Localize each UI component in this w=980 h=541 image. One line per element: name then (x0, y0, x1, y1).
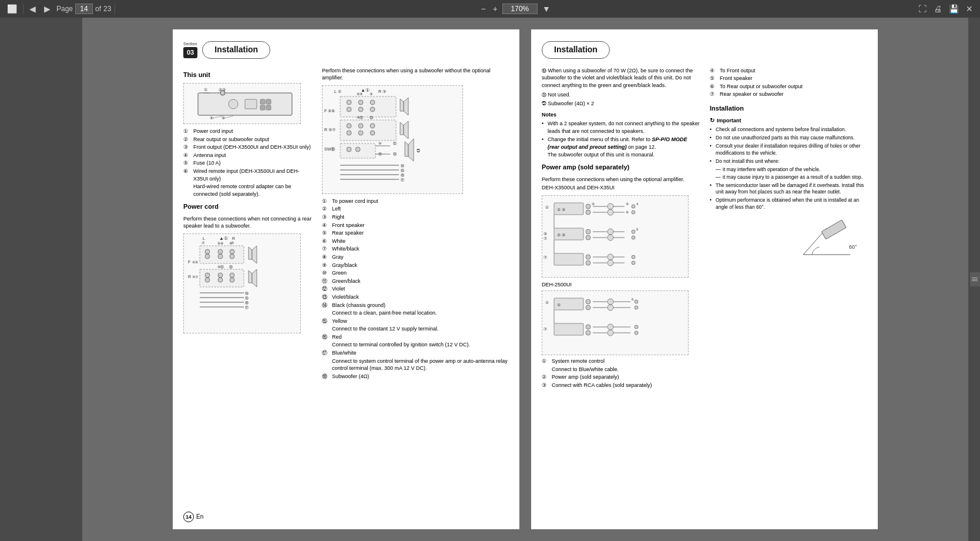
list-item: ⑫Violet (322, 285, 509, 293)
list-item: Connect to system control terminal of th… (322, 358, 509, 372)
svg-point-64 (370, 107, 375, 112)
svg-point-172 (635, 325, 638, 329)
left-col: This unit ① ②③ ④ ⑤ (183, 66, 313, 382)
svg-point-105 (586, 204, 590, 209)
toolbar-right-buttons: ⛶ 🖨 💾 ✕ (916, 3, 975, 15)
zoom-dropdown-btn[interactable]: ▼ (540, 3, 553, 15)
important-icon: ↻ (710, 116, 714, 125)
list-item: Connect to Blue/white cable. (542, 366, 700, 373)
svg-point-59 (347, 100, 351, 105)
list-item: ①Power cord input (183, 128, 313, 135)
svg-marker-80 (404, 121, 408, 139)
zoom-plus-btn[interactable]: + (491, 3, 500, 15)
page-number-input[interactable] (75, 4, 93, 14)
right-page: Installation ⑲ When using a subwoofer of… (531, 29, 878, 529)
svg-point-36 (205, 273, 210, 278)
svg-text:F: F (188, 260, 190, 264)
this-unit-heading: This unit (183, 71, 313, 79)
svg-text:R ⑤⑦: R ⑤⑦ (324, 128, 335, 132)
separator-2 (115, 4, 115, 14)
close-btn[interactable]: ✕ (964, 3, 975, 15)
window-icon-btn[interactable]: ⬜ (5, 3, 19, 15)
svg-point-165 (586, 330, 590, 335)
svg-point-40 (230, 273, 234, 278)
nav-next-btn[interactable]: ▶ (42, 3, 53, 15)
section-header-right: Installation (542, 41, 867, 59)
list-item: ②Rear output or subwoofer output (183, 136, 313, 143)
right-sidebar: ||| (968, 18, 980, 541)
section-title-left: Installation (202, 41, 270, 59)
svg-point-110 (608, 203, 613, 209)
svg-text:⑮: ⑮ (401, 169, 404, 172)
svg-text:R ③: R ③ (378, 89, 386, 93)
svg-text:⑯: ⑯ (245, 301, 249, 305)
svg-marker-91 (405, 142, 408, 156)
section-badge: 03 (183, 47, 197, 58)
important-item: Do not use unauthorized parts as this ma… (710, 135, 867, 142)
right-page-content: ⑲ When using a subwoofer of 70 W (2Ω), b… (542, 66, 867, 390)
svg-text:⑤: ⑤ (543, 232, 547, 236)
note-21: ㉑ Subwoofer (4Ω) × 2 (542, 100, 700, 108)
svg-text:⑤⑦: ⑤⑦ (192, 275, 198, 279)
svg-point-151 (586, 299, 590, 304)
zoom-display: 170% (502, 4, 538, 14)
svg-point-155 (608, 299, 613, 305)
svg-point-28 (230, 254, 234, 259)
svg-point-143 (632, 255, 635, 259)
svg-text:⑩⑫: ⑩⑫ (217, 265, 224, 269)
svg-point-60 (347, 107, 351, 112)
svg-point-27 (230, 249, 234, 254)
notes-title: Notes (542, 111, 700, 119)
svg-text:⑬: ⑬ (393, 152, 397, 156)
unit-diagram-svg: ① ②③ ④ ⑤ (186, 84, 298, 122)
list-item: ③Connect with RCA cables (sold separatel… (542, 382, 700, 389)
svg-point-39 (218, 278, 223, 282)
svg-text:④: ④ (626, 211, 629, 214)
svg-point-74 (358, 131, 363, 135)
save-btn[interactable]: 💾 (947, 3, 961, 15)
important-header: ↻ Important (710, 116, 867, 125)
svg-point-117 (632, 211, 635, 214)
svg-point-125 (608, 229, 613, 235)
svg-point-61 (358, 100, 363, 105)
deh-x3500-svg: ① ② ③ ④ (542, 196, 688, 277)
important-list: Check all connections and systems before… (710, 126, 867, 211)
list-item: ⑨Gray/black (322, 262, 509, 269)
svg-point-37 (205, 278, 210, 282)
fullscreen-btn[interactable]: ⛶ (916, 3, 929, 15)
page-label: Page (56, 5, 73, 13)
deh2500-svg: ① ② 6 (542, 291, 688, 355)
svg-text:F ④⑥: F ④⑥ (324, 109, 335, 113)
svg-point-6 (229, 99, 238, 109)
svg-point-169 (608, 330, 613, 336)
power-amp-models: DEH-X3500UI and DEH-X35UI (542, 184, 700, 192)
document-area[interactable]: Section 03 Installation This unit (82, 18, 968, 541)
svg-point-136 (586, 261, 590, 265)
page-number: 14 En (183, 512, 203, 522)
svg-text:㉑: ㉑ (417, 149, 420, 152)
important-label: Important (717, 117, 741, 125)
page-info: Page of 23 (56, 4, 111, 14)
list-item: ⑤Fuse (10 A) (183, 159, 313, 167)
svg-text:⑪: ⑪ (378, 152, 382, 156)
important-item: Optimum performance is obtained when the… (710, 197, 867, 211)
svg-text:② ③: ② ③ (557, 208, 565, 212)
svg-point-144 (632, 261, 635, 265)
note-19: ⑲ When using a subwoofer of 70 W (2Ω), b… (542, 67, 700, 89)
svg-text:⑦: ⑦ (543, 236, 547, 241)
svg-marker-79 (400, 122, 404, 135)
sp-po-mode-ref: SP-P/O MODE (rear output and preout sett… (548, 136, 687, 150)
svg-marker-92 (408, 139, 414, 161)
power-amp-heading: Power amp (sold separately) (542, 163, 700, 172)
svg-point-73 (358, 123, 363, 128)
sidebar-tab[interactable]: ||| (970, 272, 980, 286)
nav-prev-btn[interactable]: ◀ (27, 3, 38, 15)
list-item: ⑩Green (322, 269, 509, 277)
svg-rect-11 (266, 105, 271, 110)
unit-diagram: ① ②③ ④ ⑤ (183, 83, 301, 124)
list-item: ⑤Front speaker (710, 75, 867, 82)
zoom-minus-btn[interactable]: − (479, 3, 488, 15)
print-btn[interactable]: 🖨 (931, 3, 944, 15)
svg-marker-29 (249, 247, 252, 259)
list-item: ③Front output (DEH-X3500UI and DEH-X35UI… (183, 143, 313, 151)
